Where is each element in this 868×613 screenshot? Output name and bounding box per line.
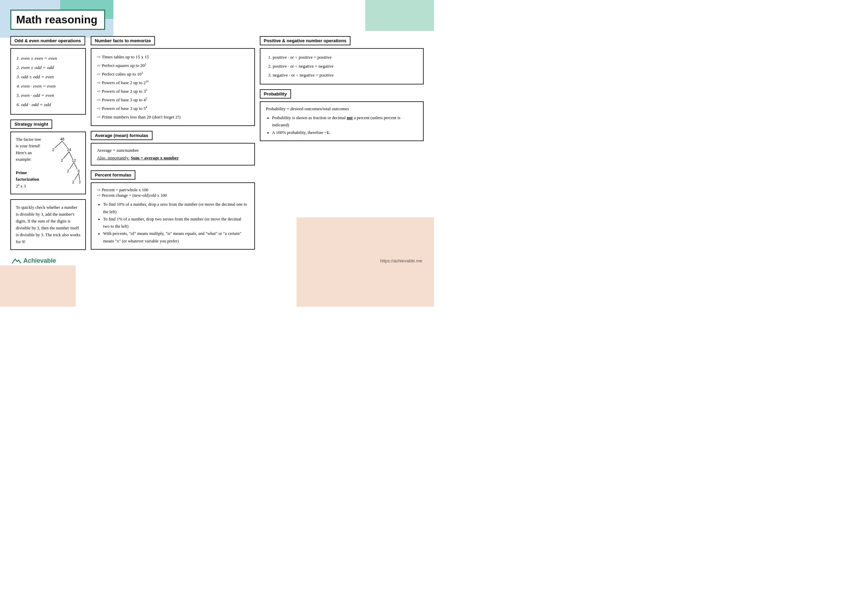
strategy-section: Strategy insight The factor tree is your… xyxy=(10,119,86,194)
svg-line-9 xyxy=(70,163,74,169)
svg-line-2 xyxy=(62,141,68,148)
percent-chevron-list: Percent = part/whole x 100 Percent chang… xyxy=(97,187,249,198)
footer: Achievable https://achievable.me xyxy=(10,257,424,265)
fact-item-2: Perfect squares up to 202 xyxy=(97,62,249,70)
odd-even-section: Odd & even number operations 1. even ± e… xyxy=(10,36,86,115)
svg-text:48: 48 xyxy=(60,137,64,141)
fact-item-8: Prime numbers less than 20 (don't forget… xyxy=(97,113,249,122)
odd-even-box: 1. even ± even = even 2. even ± odd = od… xyxy=(10,48,86,115)
odd-even-item-5: 5. even · odd = even xyxy=(17,91,80,100)
prime-factorization-label: Prime factorization xyxy=(16,170,39,182)
average-formula-text: Average = sum/number xyxy=(97,148,139,153)
average-header: Average (mean) formulas xyxy=(91,131,153,140)
pos-neg-item-3: negative · or ÷ negative = positive xyxy=(273,71,418,80)
prime-result: 24 x 3 xyxy=(16,184,26,189)
svg-text:2: 2 xyxy=(52,148,54,152)
strategy-header: Strategy insight xyxy=(10,119,52,129)
svg-text:3: 3 xyxy=(79,180,81,184)
average-sum-formula: Sum = average x number xyxy=(131,155,179,160)
fact-item-1: Times tables up to 15 x 15 xyxy=(97,53,249,62)
svg-text:24: 24 xyxy=(67,148,71,152)
pos-neg-box: positive · or ÷ positive = positive posi… xyxy=(260,48,424,85)
footer-logo: Achievable xyxy=(12,257,56,265)
fact-item-5: Powers of base 3 up to 35 xyxy=(97,87,249,96)
number-facts-list: Times tables up to 15 x 15 Perfect squar… xyxy=(97,53,249,121)
percent-header: Percent formulas xyxy=(91,170,135,180)
odd-even-item-4: 4. even · even = even xyxy=(17,81,80,91)
svg-text:2: 2 xyxy=(72,180,74,184)
percent-section: Percent formulas Percent = part/whole x … xyxy=(91,170,255,250)
probability-header: Probability xyxy=(260,89,291,99)
number-facts-header: Number facts to memorize xyxy=(91,36,155,45)
number-facts-section: Number facts to memorize Times tables up… xyxy=(91,36,255,126)
page-title-box: Math reasoning xyxy=(10,9,105,30)
main-grid: Odd & even number operations 1. even ± e… xyxy=(10,36,424,250)
percent-bullet-list: To find 10% of a number, drop a zero fro… xyxy=(97,201,249,245)
average-box: Average = sum/number Also, importantly: … xyxy=(91,143,255,166)
strategy-text: The factor tree is your friend! Here's a… xyxy=(16,136,42,190)
probability-box: Probability = desired outcomes/total out… xyxy=(260,101,424,141)
percent-bullet-1: To find 10% of a number, drop a zero fro… xyxy=(103,201,249,216)
svg-text:2: 2 xyxy=(61,158,63,163)
probability-section: Probability Probability = desired outcom… xyxy=(260,89,424,141)
factor-tree-area: 48 2 24 2 12 xyxy=(44,136,81,184)
percent-box: Percent = part/whole x 100 Percent chang… xyxy=(91,183,255,250)
footer-url: https://achievable.me xyxy=(380,258,422,263)
left-column: Odd & even number operations 1. even ± e… xyxy=(10,36,86,250)
odd-even-item-6: 6. odd · odd = odd xyxy=(17,100,80,109)
average-formula: Average = sum/number xyxy=(97,148,249,153)
svg-line-1 xyxy=(55,141,62,148)
pos-neg-section: Positive & negative number operations po… xyxy=(260,36,424,85)
svg-text:6: 6 xyxy=(78,169,80,173)
average-section: Average (mean) formulas Average = sum/nu… xyxy=(91,131,255,166)
page-title: Math reasoning xyxy=(16,13,97,26)
middle-column: Number facts to memorize Times tables up… xyxy=(91,36,255,250)
percent-item-1: Percent = part/whole x 100 xyxy=(97,187,249,193)
prob-bullet-2: A 100% probability, therefore =1. xyxy=(272,129,418,136)
svg-text:12: 12 xyxy=(72,158,76,163)
svg-line-14 xyxy=(79,173,80,180)
divisibility-box: To quickly check whether a number is div… xyxy=(10,199,86,250)
odd-even-item-1: 1. even ± even = even xyxy=(17,54,80,63)
pos-neg-header: Positive & negative number operations xyxy=(260,36,351,45)
factor-tree-svg: 48 2 24 2 12 xyxy=(44,136,81,186)
fact-item-6: Powers of base 3 up to 45 xyxy=(97,96,249,104)
odd-even-item-3: 3. odd ± odd = even xyxy=(17,72,80,81)
svg-text:2: 2 xyxy=(67,169,69,173)
strategy-description: The factor tree is your friend! Here's a… xyxy=(16,137,41,162)
percent-bullet-3: With percents, "of" means multiply, "is"… xyxy=(103,230,249,245)
divisibility-text: To quickly check whether a number is div… xyxy=(16,205,81,244)
svg-line-6 xyxy=(69,152,73,159)
percent-bullet-2: To find 1% of a number, drop two zeroes … xyxy=(103,216,249,231)
fact-item-4: Powers of base 2 up to 210 xyxy=(97,79,249,87)
average-also: Also, importantly: Sum = average x numbe… xyxy=(97,155,249,161)
svg-line-5 xyxy=(63,152,69,159)
pos-neg-item-1: positive · or ÷ positive = positive xyxy=(273,53,418,62)
fact-item-3: Perfect cubes up to 103 xyxy=(97,70,249,79)
pos-neg-item-2: positive · or ÷ negative = negative xyxy=(273,62,418,71)
pos-neg-list: positive · or ÷ positive = positive posi… xyxy=(266,53,418,80)
prob-bullet-list: Probability is shown as fraction or deci… xyxy=(266,115,418,136)
achievable-logo-icon xyxy=(12,257,21,265)
fact-item-7: Powers of base 3 up to 54 xyxy=(97,104,249,113)
right-column: Positive & negative number operations po… xyxy=(260,36,424,141)
svg-line-13 xyxy=(74,173,79,180)
svg-line-10 xyxy=(74,163,78,169)
percent-item-2: Percent change = (new-old)/old x 100 xyxy=(97,193,249,198)
footer-logo-text: Achievable xyxy=(23,257,56,265)
odd-even-item-2: 2. even ± odd = odd xyxy=(17,63,80,72)
odd-even-header: Odd & even number operations xyxy=(10,36,85,45)
prob-formula: Probability = desired outcomes/total out… xyxy=(266,106,418,111)
strategy-inner: The factor tree is your friend! Here's a… xyxy=(16,136,81,190)
prob-bullet-1: Probability is shown as fraction or deci… xyxy=(272,115,418,129)
strategy-box: The factor tree is your friend! Here's a… xyxy=(10,132,86,194)
number-facts-box: Times tables up to 15 x 15 Perfect squar… xyxy=(91,48,255,126)
average-also-text: Also, importantly: xyxy=(97,155,130,160)
